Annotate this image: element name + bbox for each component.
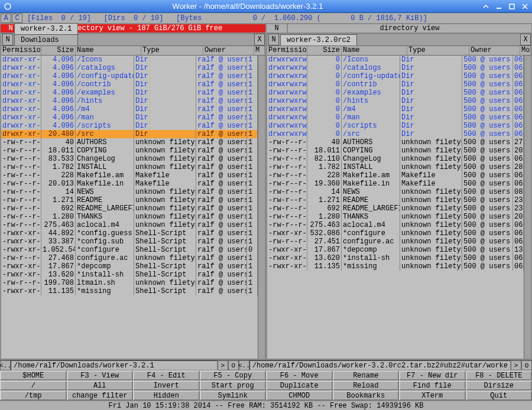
file-row[interactable]: drwxr-xr-x4.096/manDirralf @ users1	[1, 113, 258, 122]
window-shade-button[interactable]	[480, 2, 492, 11]
file-row[interactable]: drwxrwxrwx0/manDir500 @ users06 N	[267, 113, 524, 122]
file-row[interactable]: -rw-r--r--275.463 aclocal.m4unknown file…	[1, 221, 258, 229]
right-path-options-button[interactable]: O	[521, 360, 532, 370]
right-new-tab-button[interactable]: N	[268, 34, 279, 45]
file-row[interactable]: drwxrwxrwx0/catalogsDir500 @ users06 N	[267, 64, 524, 72]
file-row[interactable]: drwxrwxrwx0/scriptsDir500 @ users06 N	[267, 122, 524, 130]
fkey-button[interactable]: change filter	[67, 391, 134, 401]
file-row[interactable]: drwxr-xr-x4.096/catalogsDirralf @ users1	[1, 64, 258, 72]
fkey-button[interactable]: F8 - DELETE	[466, 370, 533, 380]
fkey-button[interactable]: Duplicate	[266, 380, 333, 391]
file-row[interactable]: -rwxr-xr-x11.135*missingunknown filetype…	[267, 262, 524, 271]
fkey-button[interactable]: /	[0, 380, 67, 391]
fkey-button[interactable]: Bookmarks	[333, 391, 400, 401]
file-row[interactable]: drwxr-xr-x4.096/m4Dirralf @ users1	[1, 105, 258, 113]
col-size[interactable]: Size	[41, 46, 76, 55]
file-row[interactable]: -rw-r--r--1.280 THANKSunknown filetypera…	[1, 213, 258, 221]
file-row[interactable]: -rw-r--r--1.271 READMEunknown filetype50…	[267, 196, 524, 204]
file-row[interactable]: drwxrwxrwx0/examplesDir500 @ users06 N	[267, 89, 524, 97]
right-header-n[interactable]: N	[266, 24, 287, 33]
file-row[interactable]: -rwxr-xr-x13.620*install-shShell-Scriptr…	[1, 271, 258, 279]
file-row[interactable]: -rw-r--r--18.011 COPYINGunknown filetype…	[1, 147, 258, 155]
fkey-button[interactable]: /tmp	[0, 391, 67, 401]
file-row[interactable]: -rw-r--r--1.782 INSTALLunknown filetype5…	[267, 163, 524, 171]
file-row[interactable]: -rwxr-xr-x532.086*configureunknown filet…	[267, 229, 524, 237]
left-path-input[interactable]: /home/ralf/Downloads/worker-3.2.1	[11, 360, 218, 370]
file-row[interactable]: -rwxr-xr-x17.867*depcompShell-Scriptralf…	[1, 262, 258, 271]
file-row[interactable]: -rw-r--r--692 README_LARGEFILESunknown f…	[1, 204, 258, 213]
file-row[interactable]: -rw-r--r--1.782 INSTALLunknown filetyper…	[1, 163, 258, 171]
app-menu-icon[interactable]	[2, 1, 13, 12]
fkey-button[interactable]: Invert selection	[133, 380, 200, 391]
left-path-go-button[interactable]: >	[218, 360, 228, 370]
file-row[interactable]: drwxrwxrwx0/IconsDir500 @ users06 N	[267, 56, 524, 64]
tab[interactable]: Downloads	[14, 34, 78, 45]
fkey-button[interactable]: Reload	[333, 380, 400, 391]
left-path-back-button[interactable]: <..	[0, 360, 11, 370]
file-row[interactable]: drwxr-xr-x4.096/hintsDirralf @ users1	[1, 97, 258, 105]
tab[interactable]: worker-3.2.0rc2	[280, 34, 357, 45]
right-close-tab-button[interactable]: X	[520, 34, 531, 45]
col-owner[interactable]: Owner	[469, 46, 520, 55]
file-row[interactable]: -rwxr-xr-x17.867*depcompunknown filetype…	[267, 246, 524, 254]
file-row[interactable]: drwxr-xr-x4.096/contribDirralf @ users1	[1, 80, 258, 89]
left-close-tab-button[interactable]: X	[254, 34, 265, 45]
left-scrollbar[interactable]	[258, 56, 265, 359]
file-row[interactable]: drwxr-xr-x4.096/scriptsDirralf @ users1	[1, 122, 258, 130]
window-maximize-button[interactable]	[506, 2, 518, 11]
file-row[interactable]: drwxrwxrwx0/m4Dir500 @ users06 N	[267, 105, 524, 113]
fkey-button[interactable]: Find file	[399, 380, 466, 391]
right-path-go-button[interactable]: >	[511, 360, 521, 370]
left-file-list[interactable]: drwxr-xr-x4.096/IconsDirralf @ users1drw…	[1, 56, 258, 359]
col-m[interactable]: Modi	[520, 46, 531, 55]
file-row[interactable]: -rw-r--r--19.360 Makefile.inMakefile500 …	[267, 180, 524, 188]
fkey-button[interactable]: F4 - Edit	[133, 370, 200, 380]
col-type[interactable]: Type	[141, 46, 203, 55]
file-row[interactable]: drwxr-xr-x4.096/examplesDirralf @ users1	[1, 89, 258, 97]
file-row[interactable]: drwxrwxrwx0/hintsDir500 @ users06 N	[267, 97, 524, 105]
file-row[interactable]: -rw-r--r--692 README_LARGEFILESunknown f…	[267, 204, 524, 213]
file-row[interactable]: drwxr-xr-x20.480/srcDirralf @ users1	[1, 130, 258, 138]
fkey-button[interactable]: F6 - Move	[266, 370, 333, 380]
file-row[interactable]: -rw-r--r--18.011 COPYINGunknown filetype…	[267, 147, 524, 155]
col-m[interactable]: M	[254, 46, 265, 55]
fkey-button[interactable]: Rename	[333, 370, 400, 380]
file-row[interactable]: drwxrwxrwx0/config-updatesDir500 @ users…	[267, 72, 524, 80]
file-row[interactable]: drwxrwxrwx0/contribDir500 @ users06 N	[267, 80, 524, 89]
file-row[interactable]: -rw-r--r--228 Makefile.amMakefile500 @ u…	[267, 171, 524, 180]
file-row[interactable]: drwxr-xr-x4.096/IconsDirralf @ users1	[1, 56, 258, 64]
right-path-input[interactable]: /home/ralf/Downloads/worker-3.2.0rc2.tar…	[249, 360, 511, 370]
file-row[interactable]: -rw-r--r--275.463 aclocal.m4unknown file…	[267, 221, 524, 229]
file-row[interactable]: -rw-r--r--228 Makefile.amMakefileralf @ …	[1, 171, 258, 180]
file-row[interactable]: -rw-r--r--83.533 ChangeLogunknown filety…	[1, 155, 258, 163]
window-close-button[interactable]	[519, 2, 531, 11]
right-scrollbar[interactable]	[524, 56, 531, 359]
file-row[interactable]: -rwxr-xr-x1.052.542*configureShell-Scrip…	[1, 246, 258, 254]
file-row[interactable]: -rw-r--r--40 AUTHORSunknown filetype500 …	[267, 138, 524, 147]
window-minimize-button[interactable]	[493, 2, 505, 11]
config-button[interactable]: C	[12, 14, 22, 23]
file-row[interactable]: -rw-r--r--14 NEWSunknown filetyperalf @ …	[1, 188, 258, 196]
file-row[interactable]: -rwxr-xr-x11.135*missingShell-Scriptralf…	[1, 287, 258, 295]
fkey-button[interactable]: Hidden	[133, 391, 200, 401]
fkey-button[interactable]: CHMOD	[266, 391, 333, 401]
file-row[interactable]: -rwxr-xr-x33.387*config.subShell-Scriptr…	[1, 237, 258, 246]
fkey-button[interactable]: Symlink	[200, 391, 267, 401]
file-row[interactable]: -rw-r--r--14 NEWSunknown filetype500 @ u…	[267, 188, 524, 196]
col-name[interactable]: Name	[342, 46, 407, 55]
file-row[interactable]: -rw-r--r--40 AUTHORSunknown filetyperalf…	[1, 138, 258, 147]
col-permission[interactable]: Permission	[1, 46, 41, 55]
file-row[interactable]: -rw-r--r--27.468 configure.acunknown fil…	[1, 254, 258, 262]
file-row[interactable]: -rwxr-xr-x13.620*install-shunknown filet…	[267, 254, 524, 262]
tab[interactable]: worker-3.2.1	[14, 23, 78, 34]
fkey-button[interactable]: $HOME	[0, 370, 67, 380]
file-row[interactable]: -rw-r--r--1.271 READMEunknown filetypera…	[1, 196, 258, 204]
fkey-button[interactable]: Dirsize	[466, 380, 533, 391]
right-header[interactable]: directory view	[287, 24, 532, 33]
col-permission[interactable]: Permission	[267, 46, 307, 55]
right-file-list[interactable]: drwxrwxrwx0/IconsDir500 @ users06 Ndrwxr…	[267, 56, 524, 359]
fkey-button[interactable]: Quit	[466, 391, 533, 401]
file-row[interactable]: -rw-r--r--20.013 Makefile.inMakefileralf…	[1, 180, 258, 188]
left-new-tab-button[interactable]: N	[2, 34, 13, 45]
about-button[interactable]: A	[1, 14, 11, 23]
